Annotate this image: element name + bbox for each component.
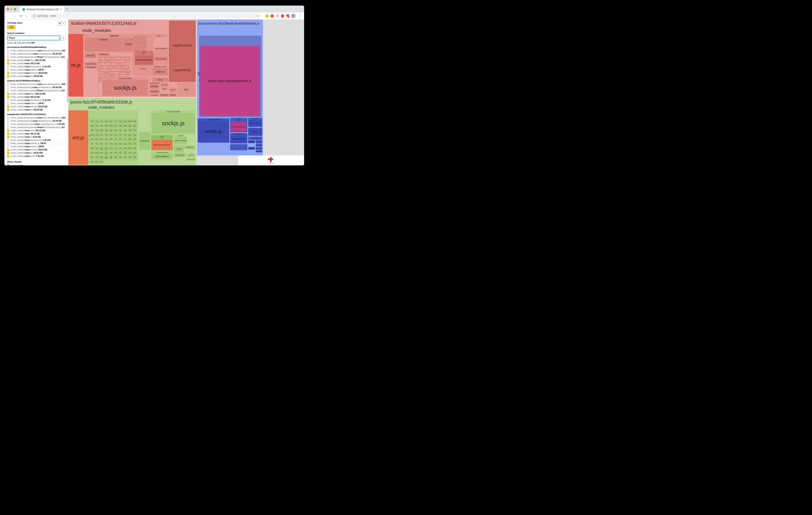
locale-cell[interactable]: cs.js	[90, 124, 94, 128]
tiny-cell[interactable]	[101, 67, 103, 69]
tiny-cell[interactable]	[118, 73, 120, 76]
locale-cell[interactable]: he.js	[99, 137, 104, 142]
tiny-cell[interactable]	[110, 70, 113, 72]
locale-cell[interactable]: hu.js	[94, 137, 99, 142]
tm-node[interactable]: factoryWithTypeCheckers.js	[160, 93, 168, 96]
tiny-cell[interactable]	[122, 73, 125, 75]
locale-cell[interactable]: fi.js	[90, 142, 94, 146]
tm-node[interactable]: modules web.url.js	[85, 38, 122, 52]
tiny-cell[interactable]	[129, 70, 131, 73]
tm-node[interactable]: react.development.js	[231, 122, 246, 131]
locale-cell[interactable]: bn.js	[104, 119, 109, 123]
module-item[interactable]: ./node_modules/react (66.12 KB)	[7, 62, 65, 65]
tm-node[interactable]: runtime.js	[153, 68, 168, 75]
locale-cell[interactable]: be.js	[90, 151, 94, 155]
locale-cell[interactable]: az.js	[109, 146, 113, 150]
tiny-cell[interactable]	[125, 67, 127, 70]
tiny-cell[interactable]	[117, 67, 119, 69]
tm-node[interactable]: url.js	[248, 128, 262, 136]
tm-node[interactable]: html5-entities.js	[231, 135, 246, 143]
tiny-cell[interactable]	[98, 56, 99, 59]
tiny-cell[interactable]	[104, 65, 107, 66]
locale-cell[interactable]: de-ch.js	[123, 151, 128, 155]
chunk-comments[interactable]: js/comments-8cb39ee5c9a448e5de84.js node…	[197, 20, 263, 155]
tm-node[interactable]: punycode.js	[174, 153, 186, 157]
locale-cell[interactable]: el.js	[118, 146, 123, 150]
treemap[interactable]: lication-96e81fc507c11f3124a5.js node_mo…	[68, 20, 304, 165]
module-item[interactable]: ./node_modules/prop-types/lib/ReactPropT…	[7, 56, 65, 59]
tiny-cell[interactable]	[122, 62, 125, 63]
tiny-cell[interactable]	[127, 59, 129, 60]
tiny-cell[interactable]	[108, 67, 109, 70]
tm-node[interactable]: LargeParent.jsx	[170, 32, 195, 58]
minimize-window-icon[interactable]	[10, 8, 12, 10]
tiny-cell[interactable]	[103, 73, 105, 75]
tm-node[interactable]: sockjs-client/dist sockjs.js	[151, 110, 196, 134]
module-item[interactable]: ./node_modules/react/index.js (189 B)	[7, 102, 65, 105]
tiny-cell[interactable]	[125, 62, 127, 63]
locale-cell[interactable]: mn.js	[104, 133, 109, 137]
locale-cell[interactable]: ru.js	[90, 119, 94, 123]
reload-button[interactable]: ⟳	[19, 13, 23, 19]
locale-cell[interactable]: ml.js	[99, 151, 104, 155]
tm-node[interactable]: querystring-es3	[256, 140, 262, 144]
profile-avatar[interactable]	[291, 14, 296, 18]
tm-node[interactable]: react.development.js	[135, 56, 153, 64]
tm-moment[interactable]: moment locale ru.jsar.jsbr.jsbn.jsja.jsl…	[89, 110, 138, 165]
tm-node[interactable]: miniToastr	[256, 150, 262, 152]
pin-icon[interactable]: 📌	[58, 21, 62, 26]
tiny-cell[interactable]	[124, 59, 127, 61]
module-item[interactable]: ./node_modules/react-dom/cjs/react-dom.d…	[7, 49, 65, 52]
tm-node[interactable]: ansi-html	[256, 147, 262, 150]
locale-cell[interactable]: hi.js	[123, 137, 128, 142]
back-button[interactable]: ←	[6, 13, 11, 19]
locale-cell[interactable]: ka.js	[133, 124, 137, 128]
tm-node[interactable]: sockjs-client/dist sockjs.js	[198, 118, 229, 143]
locale-cell[interactable]: lb.js	[114, 119, 118, 123]
tiny-cell[interactable]	[119, 67, 122, 69]
tiny-cell[interactable]	[98, 70, 101, 72]
module-item[interactable]: ./node_modules/react-dom (924.12 KB)	[7, 129, 65, 132]
locale-cell[interactable]: sk.js	[90, 146, 94, 150]
tiny-cell[interactable]	[111, 62, 112, 64]
locale-cell[interactable]: pa-in.js	[128, 119, 132, 123]
tiny-cell[interactable]	[125, 56, 127, 59]
module-item[interactable]: ./node_modules/react-is/cjs (7.83 KB)	[7, 155, 65, 158]
locale-cell[interactable]: uk.js	[90, 137, 94, 142]
tm-node[interactable]: regenerator-runtime runtime.js	[152, 66, 168, 76]
site-info-icon[interactable]: i	[33, 14, 35, 18]
tiny-cell[interactable]	[98, 79, 101, 82]
ext-icon[interactable]	[265, 14, 268, 18]
locale-cell[interactable]: si.js	[114, 133, 118, 137]
locale-cell[interactable]: ro.js	[114, 137, 118, 142]
tm-node[interactable]: react.development.js	[152, 140, 172, 150]
tm-node[interactable]: es.string.split.js	[98, 53, 110, 56]
gmail-icon[interactable]: M	[276, 14, 279, 18]
locale-cell[interactable]: bs.js	[123, 119, 128, 123]
tm-node[interactable]: html5-entities/lib html5-entities.js	[151, 151, 173, 160]
module-item[interactable]: ./node_modules/react/cjs (65.93 KB)	[7, 108, 65, 112]
tm-node[interactable]	[230, 144, 248, 150]
locale-cell[interactable]: ky.js	[109, 137, 113, 142]
locale-cell[interactable]: nb.js	[114, 128, 118, 132]
tiny-cell[interactable]	[98, 67, 101, 70]
tm-node[interactable]: prop-types	[256, 144, 262, 147]
tm-node[interactable]: es.promise.js	[85, 62, 97, 65]
tiny-cell[interactable]	[115, 70, 118, 72]
locale-cell[interactable]: lv.js	[94, 155, 99, 159]
module-item[interactable]: ./node_modules/react-is (8.02 KB)	[7, 135, 65, 139]
locale-cell[interactable]: mk.js	[99, 128, 104, 132]
tiny-cell[interactable]	[112, 73, 114, 76]
module-item[interactable]: ./node_modules/react-dom/index.js (1.32 …	[7, 139, 65, 142]
locale-cell[interactable]: lt.js	[118, 128, 123, 132]
tiny-cell[interactable]	[129, 59, 131, 61]
tiny-cell[interactable]	[115, 65, 117, 67]
tiny-cell[interactable]	[101, 65, 103, 67]
locale-cell[interactable]: bg.js	[118, 155, 123, 159]
module-item[interactable]: ./node_modules/react/cjs/react.developme…	[7, 52, 65, 56]
locale-cell[interactable]: eo.js	[123, 142, 128, 146]
window-controls[interactable]	[7, 8, 16, 10]
chunk-posts[interactable]: /posts-fa1c9745f90afdc533d6.js node_modu…	[68, 98, 196, 165]
tiny-cell[interactable]	[108, 59, 111, 61]
tiny-cell[interactable]	[112, 67, 114, 69]
